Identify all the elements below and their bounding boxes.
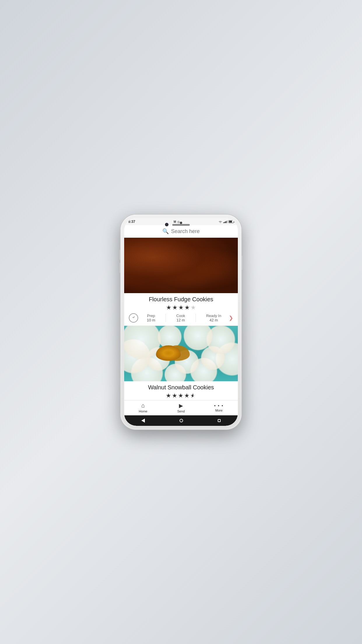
meta-divider-1 <box>166 314 166 322</box>
recipe-title-snowball: Walnut Snowball Cookies <box>129 384 233 391</box>
android-home-button[interactable] <box>180 419 183 422</box>
home-label: Home <box>139 410 147 413</box>
nav-home[interactable]: ⌂ Home <box>124 402 162 413</box>
fudge-cookies-image <box>124 238 238 293</box>
search-placeholder: Search here <box>171 228 200 235</box>
stars-snowball: ★ ★ ★ ★ ★ ★ <box>129 392 233 399</box>
bottom-navigation: ⌂ Home ▶ Send • • • More <box>124 400 238 415</box>
recipe-card-snowball[interactable]: Walnut Snowball Cookies ★ ★ ★ ★ ★ ★ <box>124 326 238 400</box>
chevron-right-icon[interactable]: ❯ <box>229 315 233 321</box>
send-icon: ▶ <box>179 402 183 409</box>
android-recents-button[interactable] <box>218 419 221 422</box>
star-2: ★ <box>172 304 178 311</box>
recipe-info-fudge: Flourless Fudge Cookies ★ ★ ★ ★ ★ <box>124 293 238 326</box>
clock-icon <box>129 313 138 323</box>
nav-more[interactable]: • • • More <box>200 403 238 412</box>
star-1: ★ <box>166 304 171 311</box>
search-bar[interactable]: 🔍 Search here <box>124 225 238 238</box>
more-icon: • • • <box>214 403 224 408</box>
recipe-info-snowball: Walnut Snowball Cookies ★ ★ ★ ★ ★ ★ <box>124 381 238 400</box>
search-icon: 🔍 <box>162 228 169 235</box>
star-4: ★ <box>184 304 190 311</box>
recipe-title-fudge: Flourless Fudge Cookies <box>129 296 233 303</box>
vol-down-button <box>120 263 121 273</box>
recipe-meta-fudge: Prep 10 m Cook 12 m Ready <box>129 313 233 323</box>
app-content: 🔍 Search here Flourless Fudge Cookies ★ … <box>124 225 238 400</box>
recipe-card-fudge[interactable]: Flourless Fudge Cookies ★ ★ ★ ★ ★ <box>124 238 238 326</box>
home-circle <box>180 419 183 422</box>
front-camera <box>165 223 168 226</box>
phone-screen: 5:37 M ◎ <box>124 218 238 426</box>
ready-info: Ready In 42 m <box>206 314 221 322</box>
status-icons: M ◎ <box>174 220 180 223</box>
recents-square <box>218 419 221 422</box>
star-3: ★ <box>178 304 184 311</box>
stars-fudge: ★ ★ ★ ★ ★ <box>129 304 233 311</box>
star-s4: ★ <box>184 392 189 399</box>
status-time: 5:37 <box>128 220 135 224</box>
vol-up-button <box>120 250 121 260</box>
android-nav-bar <box>124 415 238 426</box>
meta-items: Prep 10 m Cook 12 m Ready <box>142 314 226 322</box>
prep-value: 10 m <box>147 318 155 322</box>
status-right-icons <box>218 220 234 223</box>
star-s5-half: ★ ★ <box>190 392 196 399</box>
recipe-image-fudge <box>124 238 238 293</box>
snowball-cookies-image <box>124 326 238 381</box>
ready-label: Ready In <box>206 314 221 318</box>
android-back-button[interactable] <box>141 419 145 423</box>
cook-value: 12 m <box>176 318 185 322</box>
star-5: ★ <box>191 304 196 311</box>
home-icon: ⌂ <box>141 402 145 409</box>
meta-divider-2 <box>196 314 196 322</box>
nav-send[interactable]: ▶ Send <box>162 402 200 413</box>
front-sensor <box>180 222 182 224</box>
cook-label: Cook <box>176 314 185 318</box>
back-triangle <box>141 419 145 423</box>
signal-icon <box>223 220 228 223</box>
notification-icon: ◎ <box>177 220 180 223</box>
speaker <box>172 224 190 226</box>
star-s1: ★ <box>166 392 171 399</box>
star-s3: ★ <box>178 392 183 399</box>
star-s2: ★ <box>172 392 177 399</box>
more-label: More <box>215 409 222 412</box>
recipe-image-snowball <box>124 326 238 381</box>
search-input-container[interactable]: 🔍 Search here <box>129 228 233 235</box>
prep-info: Prep 10 m <box>147 314 155 322</box>
ready-value: 42 m <box>206 318 221 322</box>
app-screen: 5:37 M ◎ <box>124 218 238 426</box>
send-label: Send <box>177 410 185 413</box>
gmail-icon: M <box>174 220 176 223</box>
clock-hands <box>131 316 136 320</box>
cook-info: Cook 12 m <box>176 314 185 322</box>
battery-icon <box>229 220 234 223</box>
power-button <box>241 256 242 270</box>
prep-label: Prep <box>147 314 155 318</box>
phone-frame: 5:37 M ◎ <box>121 215 241 429</box>
wifi-icon <box>218 220 222 223</box>
